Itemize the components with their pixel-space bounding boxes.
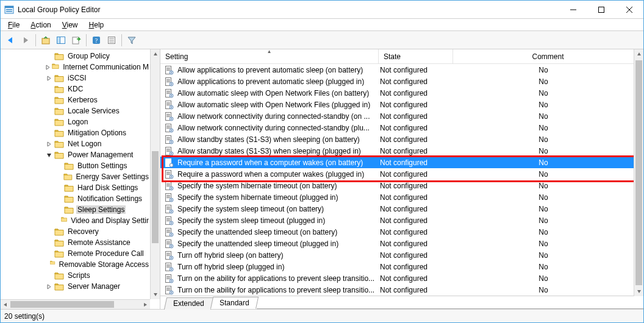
tab-extended[interactable]: Extended bbox=[164, 297, 213, 310]
setting-row[interactable]: Allow automatic sleep with Open Network … bbox=[160, 99, 634, 110]
tree-item[interactable]: Recovery bbox=[1, 226, 150, 237]
setting-state: Not configured bbox=[379, 77, 453, 86]
tree-item-label: Internet Communication M bbox=[62, 63, 150, 71]
setting-row[interactable]: Specify the system sleep timeout (plugge… bbox=[160, 215, 634, 226]
tree-item[interactable]: KDC bbox=[1, 83, 150, 94]
menu-file[interactable]: File bbox=[3, 20, 24, 30]
expand-icon[interactable] bbox=[45, 76, 53, 81]
svg-rect-105 bbox=[166, 232, 170, 233]
col-comment[interactable]: Comment bbox=[453, 49, 643, 63]
setting-state: Not configured bbox=[379, 89, 453, 98]
setting-row[interactable]: Specify the unattended sleep timeout (on… bbox=[160, 226, 634, 238]
show-hide-tree-button[interactable] bbox=[54, 33, 68, 48]
setting-comment: No bbox=[453, 263, 634, 271]
list-vscrollbar[interactable] bbox=[634, 49, 643, 296]
setting-name: Turn on the ability for applications to … bbox=[177, 286, 374, 294]
back-button[interactable] bbox=[3, 33, 18, 48]
setting-name: Allow network connectivity during connec… bbox=[177, 112, 370, 121]
scroll-down-icon[interactable] bbox=[634, 286, 644, 296]
tree-item[interactable]: Video and Display Settir bbox=[1, 215, 150, 226]
tree-item[interactable]: Server Manager bbox=[1, 281, 150, 292]
forward-button[interactable] bbox=[18, 33, 33, 48]
setting-row[interactable]: Specify the system hibernate timeout (on… bbox=[160, 180, 634, 191]
filter-button[interactable] bbox=[124, 33, 139, 48]
setting-row[interactable]: Allow network connectivity during connec… bbox=[160, 122, 634, 133]
setting-row[interactable]: Allow applications to prevent automatic … bbox=[160, 64, 634, 76]
properties-button[interactable] bbox=[104, 33, 119, 48]
setting-row[interactable]: Require a password when a computer wakes… bbox=[160, 157, 634, 168]
up-button[interactable] bbox=[38, 33, 53, 48]
tree-item[interactable]: iSCSI bbox=[1, 73, 150, 83]
tree-item[interactable]: Hard Disk Settings bbox=[1, 182, 150, 193]
export-button[interactable] bbox=[69, 33, 84, 48]
tree-item[interactable]: Logon bbox=[1, 116, 150, 127]
setting-row[interactable]: Allow standby states (S1-S3) when sleepi… bbox=[160, 145, 634, 157]
expand-icon[interactable] bbox=[45, 284, 53, 289]
svg-rect-109 bbox=[166, 241, 170, 242]
setting-row[interactable]: Turn on the ability for applications to … bbox=[160, 272, 634, 284]
setting-row[interactable]: Allow network connectivity during connec… bbox=[160, 110, 634, 122]
tree-item[interactable]: Net Logon bbox=[1, 138, 150, 149]
minimize-button[interactable] bbox=[559, 1, 587, 19]
menu-action[interactable]: Action bbox=[26, 20, 55, 30]
tree-vscrollbar[interactable] bbox=[150, 49, 160, 299]
tree-item-label: Group Policy bbox=[66, 52, 111, 60]
svg-rect-122 bbox=[166, 266, 170, 266]
tree-item[interactable]: Kerberos bbox=[1, 94, 150, 105]
setting-row[interactable]: Specify the unattended sleep timeout (pl… bbox=[160, 238, 634, 249]
tree-item[interactable]: Removable Storage Access bbox=[1, 259, 150, 270]
setting-row[interactable]: Turn off hybrid sleep (on battery)Not co… bbox=[160, 249, 634, 261]
tree-item[interactable]: Remote Procedure Call bbox=[1, 248, 150, 259]
tree-item[interactable]: Remote Assistance bbox=[1, 237, 150, 248]
setting-row[interactable]: Allow automatic sleep with Open Network … bbox=[160, 87, 634, 99]
scroll-right-icon[interactable] bbox=[140, 300, 150, 309]
setting-name: Turn off hybrid sleep (plugged in) bbox=[177, 263, 284, 271]
setting-comment: No bbox=[453, 216, 634, 225]
setting-comment: No bbox=[453, 147, 634, 155]
setting-row[interactable]: Require a password when a computer wakes… bbox=[160, 168, 634, 180]
setting-name: Specify the unattended sleep timeout (on… bbox=[177, 228, 337, 236]
maximize-button[interactable] bbox=[587, 1, 615, 19]
tree-item[interactable]: Sleep Settings bbox=[1, 204, 150, 215]
svg-rect-103 bbox=[166, 230, 170, 230]
tree-item[interactable]: Mitigation Options bbox=[1, 127, 150, 138]
scroll-left-icon[interactable] bbox=[1, 300, 10, 309]
scroll-up-icon[interactable] bbox=[634, 49, 644, 59]
expand-icon[interactable] bbox=[45, 65, 51, 70]
col-state[interactable]: State bbox=[379, 49, 453, 63]
tree-item[interactable]: Locale Services bbox=[1, 105, 150, 116]
tree-item[interactable]: Scripts bbox=[1, 270, 150, 281]
expand-icon[interactable] bbox=[45, 141, 53, 147]
policy-icon bbox=[164, 285, 174, 295]
svg-rect-79 bbox=[166, 183, 170, 184]
col-setting[interactable]: Setting ▲ bbox=[160, 49, 379, 63]
tree-hscrollbar[interactable] bbox=[1, 299, 150, 309]
tree-item[interactable]: Group Policy bbox=[1, 51, 150, 62]
setting-row[interactable]: Turn off hybrid sleep (plugged in)Not co… bbox=[160, 261, 634, 272]
setting-row[interactable]: Specify the system sleep timeout (on bat… bbox=[160, 203, 634, 215]
setting-row[interactable]: Allow standby states (S1-S3) when sleepi… bbox=[160, 133, 634, 145]
scroll-down-icon[interactable] bbox=[151, 289, 160, 299]
help-button[interactable]: ? bbox=[89, 33, 104, 48]
tree-item[interactable]: Notification Settings bbox=[1, 193, 150, 204]
setting-row[interactable]: Turn on the ability for applications to … bbox=[160, 284, 634, 296]
svg-rect-113 bbox=[171, 245, 171, 247]
menu-help[interactable]: Help bbox=[84, 20, 109, 30]
menu-view[interactable]: View bbox=[57, 20, 83, 30]
setting-row[interactable]: Specify the system hibernate timeout (pl… bbox=[160, 191, 634, 203]
tab-standard[interactable]: Standard bbox=[210, 297, 259, 309]
setting-name: Require a password when a computer wakes… bbox=[177, 158, 363, 167]
scroll-up-icon[interactable] bbox=[151, 49, 160, 59]
tree-item[interactable]: Power Management bbox=[1, 149, 150, 160]
tree-item[interactable]: Button Settings bbox=[1, 160, 150, 171]
setting-row[interactable]: Allow applications to prevent automatic … bbox=[160, 76, 634, 87]
close-button[interactable] bbox=[615, 1, 643, 19]
expand-icon[interactable] bbox=[45, 152, 53, 158]
setting-state: Not configured bbox=[379, 240, 453, 248]
settings-list[interactable]: Allow applications to prevent automatic … bbox=[160, 64, 634, 296]
svg-rect-125 bbox=[171, 268, 171, 270]
tree[interactable]: Group PolicyInternet Communication MiSCS… bbox=[1, 49, 150, 299]
tree-item[interactable]: Energy Saver Settings bbox=[1, 171, 150, 182]
menu-bar: File Action View Help bbox=[1, 19, 643, 31]
tree-item[interactable]: Internet Communication M bbox=[1, 62, 150, 73]
